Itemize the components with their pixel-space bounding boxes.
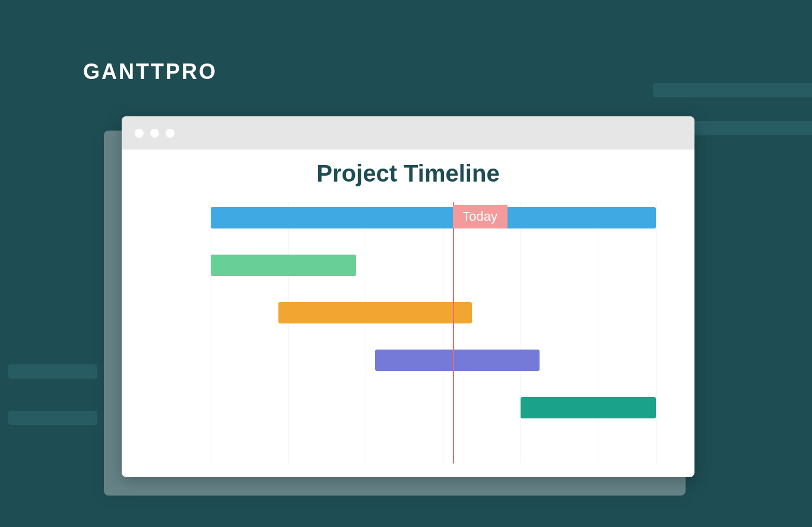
gantt-bar[interactable] xyxy=(521,397,656,418)
gridline xyxy=(288,202,289,463)
chart-title: Project Timeline xyxy=(122,160,694,187)
gridline xyxy=(598,202,598,463)
today-marker-line xyxy=(453,202,454,463)
gridline xyxy=(366,202,366,463)
gantt-bar[interactable] xyxy=(278,302,472,323)
app-window: Project Timeline Today xyxy=(122,116,694,477)
gridline xyxy=(521,202,521,463)
window-control-dot[interactable] xyxy=(150,129,159,138)
window-content: Project Timeline Today xyxy=(122,150,694,477)
window-titlebar xyxy=(122,116,694,150)
gantt-bar[interactable] xyxy=(375,350,540,371)
decorative-block xyxy=(653,83,812,97)
window-control-dot[interactable] xyxy=(166,129,175,138)
decorative-block xyxy=(8,411,97,425)
gridline xyxy=(443,202,443,463)
decorative-block xyxy=(8,364,97,379)
gantt-bar[interactable] xyxy=(211,207,656,228)
gantt-bar[interactable] xyxy=(211,255,356,276)
today-flag: Today xyxy=(453,205,508,228)
gridline xyxy=(656,202,656,463)
gridline xyxy=(211,202,211,463)
window-control-dot[interactable] xyxy=(135,129,144,138)
brand-logo: GANTTPRO xyxy=(83,59,217,84)
gantt-chart-area: Today xyxy=(122,202,694,463)
